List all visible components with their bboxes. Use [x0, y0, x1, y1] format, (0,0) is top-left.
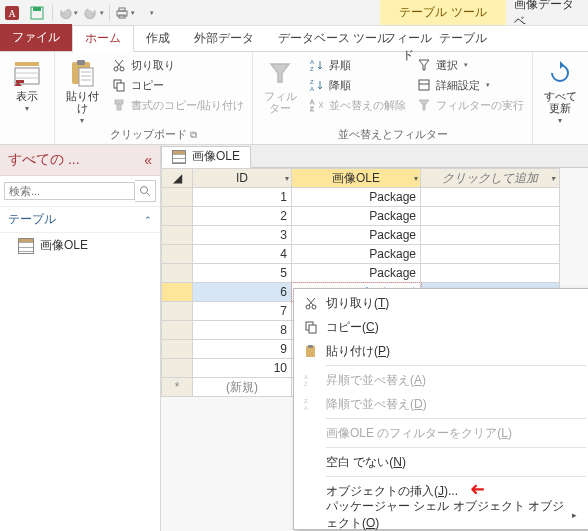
svg-point-38: [141, 187, 148, 194]
scissors-icon: [111, 57, 127, 73]
toggle-filter-icon: [416, 97, 432, 113]
view-icon: [12, 58, 42, 88]
annotation-arrow-icon: ➜: [470, 478, 485, 500]
group-views: 表示 ▾: [0, 52, 55, 144]
submenu-arrow-icon: ▸: [572, 510, 586, 520]
title-bar: A ▾ ▾ ▾ ▾ テーブル ツール 画像データベ: [0, 0, 588, 26]
svg-point-40: [306, 305, 310, 309]
funnel-icon: [265, 58, 295, 88]
qat-customize-icon[interactable]: ▾: [138, 0, 164, 25]
tab-file[interactable]: ファイル: [0, 24, 72, 51]
clear-sort-button[interactable]: AZ並べ替えの解除: [307, 96, 408, 114]
filter-label: フィルター: [259, 90, 301, 114]
nav-title[interactable]: すべての ... «: [0, 145, 160, 176]
svg-text:A: A: [304, 374, 308, 380]
menu-paste[interactable]: 貼り付け(P): [296, 339, 586, 363]
svg-point-19: [120, 67, 124, 71]
svg-text:Z: Z: [310, 79, 314, 85]
paste-button[interactable]: 貼り付け ▾: [61, 54, 103, 124]
nav-item-table[interactable]: 画像OLE: [0, 233, 160, 258]
svg-rect-5: [119, 8, 125, 11]
undo-icon[interactable]: ▾: [55, 0, 81, 25]
cut-button[interactable]: 切り取り: [109, 56, 246, 74]
redo-icon[interactable]: ▾: [81, 0, 107, 25]
menu-sort-asc: AZ昇順で並べ替え(A): [296, 368, 586, 392]
search-icon[interactable]: [135, 180, 156, 202]
svg-text:Z: Z: [310, 66, 314, 72]
clear-sort-icon: AZ: [309, 97, 325, 113]
tab-table[interactable]: テーブル: [435, 26, 490, 68]
menu-cut[interactable]: 切り取り(T): [296, 291, 586, 315]
refresh-icon: [545, 58, 575, 88]
nav-search: [0, 176, 160, 207]
column-header-id[interactable]: ID▾: [193, 169, 292, 188]
select-all-cell[interactable]: ◢: [162, 169, 193, 188]
svg-text:A: A: [304, 405, 308, 411]
collapse-chevron-icon[interactable]: «: [144, 152, 152, 168]
toggle-filter-button[interactable]: フィルターの実行: [414, 96, 526, 114]
format-painter-button[interactable]: 書式のコピー/貼り付け: [109, 96, 246, 114]
refresh-label: すべて 更新: [544, 90, 577, 114]
clipboard-launcher-icon[interactable]: ⧉: [190, 129, 197, 140]
menu-not-blank[interactable]: 空白 でない(N): [296, 450, 586, 474]
nav-section-tables[interactable]: テーブル⌃: [0, 207, 160, 233]
menu-clear-filter: 画像OLE のフィルターをクリア(L): [296, 421, 586, 445]
navigation-pane: すべての ... « テーブル⌃ 画像OLE: [0, 145, 161, 531]
paste-icon: [296, 344, 326, 358]
refresh-all-button[interactable]: すべて 更新 ▾: [539, 54, 581, 124]
tab-home[interactable]: ホーム: [72, 25, 134, 52]
svg-rect-3: [33, 7, 41, 11]
sort-asc-icon: AZ: [296, 373, 326, 387]
tab-create[interactable]: 作成: [134, 26, 182, 51]
save-icon[interactable]: [24, 0, 50, 25]
menu-packager-object[interactable]: パッケージャー シェル オブジェクト オブジェクト(O)▸: [296, 503, 586, 527]
menu-copy[interactable]: コピー(C): [296, 315, 586, 339]
qat-print-icon[interactable]: ▾: [112, 0, 138, 25]
svg-rect-25: [117, 104, 121, 110]
sort-asc-icon: AZ: [309, 57, 325, 73]
svg-rect-45: [309, 325, 316, 333]
search-input[interactable]: [4, 182, 135, 200]
row-selector-current[interactable]: [162, 283, 193, 302]
svg-rect-11: [16, 80, 24, 83]
advanced-filter-button[interactable]: 詳細設定▾: [414, 76, 526, 94]
filter-button[interactable]: フィルター: [259, 54, 301, 114]
cell-ole[interactable]: Package: [292, 188, 421, 207]
object-tab[interactable]: 画像OLE: [161, 146, 251, 168]
svg-text:A: A: [310, 86, 314, 92]
context-menu: 切り取り(T) コピー(C) 貼り付け(P) AZ昇順で並べ替え(A) ZA降順…: [293, 288, 588, 530]
svg-text:A: A: [310, 59, 314, 65]
svg-point-41: [312, 305, 316, 309]
cell-id[interactable]: 1: [193, 188, 292, 207]
sort-desc-button[interactable]: ZA降順: [307, 76, 408, 94]
ribbon-tabs: ファイル ホーム 作成 外部データ データベース ツール フィールド テーブル: [0, 26, 588, 52]
paste-label: 貼り付け: [61, 90, 103, 114]
svg-text:A: A: [310, 99, 314, 105]
svg-rect-13: [77, 60, 85, 65]
window-title-fragment: 画像データベ: [506, 0, 588, 25]
svg-rect-47: [308, 345, 313, 348]
copy-icon: [296, 320, 326, 334]
svg-rect-14: [79, 68, 93, 86]
ribbon: 表示 ▾ 貼り付け ▾ 切り取り コピー 書式のコピー/貼り付け クリップボード…: [0, 52, 588, 145]
svg-point-18: [114, 67, 118, 71]
tab-field[interactable]: フィールド: [380, 26, 435, 68]
new-row-marker[interactable]: *: [162, 378, 193, 397]
app-icon: A: [4, 5, 20, 21]
view-label: 表示: [16, 90, 38, 102]
svg-text:Z: Z: [304, 398, 308, 404]
svg-rect-23: [117, 83, 124, 91]
column-header-add[interactable]: クリックして追加▾: [421, 169, 560, 188]
svg-text:Z: Z: [310, 106, 314, 112]
sort-desc-icon: ZA: [309, 77, 325, 93]
table-icon: [18, 238, 34, 254]
copy-button[interactable]: コピー: [109, 76, 246, 94]
table-icon: [172, 150, 186, 164]
column-header-ole[interactable]: 画像OLE▾: [292, 169, 421, 188]
svg-text:Z: Z: [304, 381, 308, 387]
object-tabs: 画像OLE: [161, 145, 588, 168]
svg-line-39: [147, 193, 150, 196]
menu-sort-desc: ZA降順で並べ替え(D): [296, 392, 586, 416]
tab-external-data[interactable]: 外部データ: [182, 26, 266, 51]
view-button[interactable]: 表示 ▾: [6, 54, 48, 112]
